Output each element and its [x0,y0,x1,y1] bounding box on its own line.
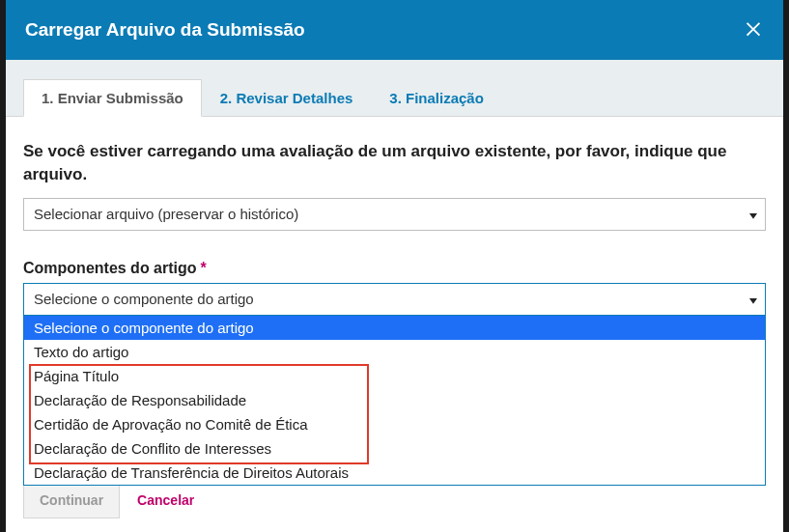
dropdown-option[interactable]: Declaração de Transferência de Direitos … [24,461,765,485]
component-label: Componentes do artigo [23,260,197,277]
dropdown-option[interactable]: Selecione o componente do artigo [24,316,765,340]
close-icon[interactable] [743,17,764,42]
component-select[interactable]: Selecione o componente do artigo [23,283,766,316]
component-select-wrap: Selecione o componente do artigo Selecio… [23,283,766,316]
upload-submission-modal: Carregar Arquivo da Submissão 1. Enviar … [6,0,783,526]
component-label-row: Componentes do artigo * [23,260,766,277]
cancel-link[interactable]: Cancelar [137,492,194,508]
continue-button[interactable]: Continuar [23,482,120,518]
modal-header: Carregar Arquivo da Submissão [6,0,783,60]
dropdown-option[interactable]: Texto do artigo [24,340,765,364]
dropdown-option[interactable]: Página Título [24,364,765,388]
instruction-text: Se você estiver carregando uma avaliação… [23,140,766,186]
action-row: Continuar Cancelar [23,482,766,518]
wizard-tabs: 1. Enviar Submissão 2. Revisar Detalhes … [6,60,783,117]
tab-finalization[interactable]: 3. Finalização [371,79,502,116]
modal-title: Carregar Arquivo da Submissão [25,19,305,41]
required-star: * [201,260,207,277]
dropdown-option[interactable]: Declaração de Conflito de Interesses [24,436,765,461]
component-dropdown: Selecione o componente do artigo Texto d… [23,316,766,486]
modal-content: Se você estiver carregando uma avaliação… [6,117,783,532]
tab-review-details[interactable]: 2. Revisar Detalhes [202,79,372,116]
chevron-down-icon [749,291,757,307]
tab-send-submission[interactable]: 1. Enviar Submissão [23,79,202,117]
dropdown-option[interactable]: Declaração de Responsabilidade [24,388,765,412]
chevron-down-icon [749,206,757,222]
component-select-value: Selecione o componente do artigo [34,291,254,307]
file-history-value: Selecionar arquivo (preservar o históric… [34,206,298,222]
dropdown-option[interactable]: Certidão de Aprovação no Comitê de Ética [24,412,765,436]
file-history-select[interactable]: Selecionar arquivo (preservar o históric… [23,198,766,231]
